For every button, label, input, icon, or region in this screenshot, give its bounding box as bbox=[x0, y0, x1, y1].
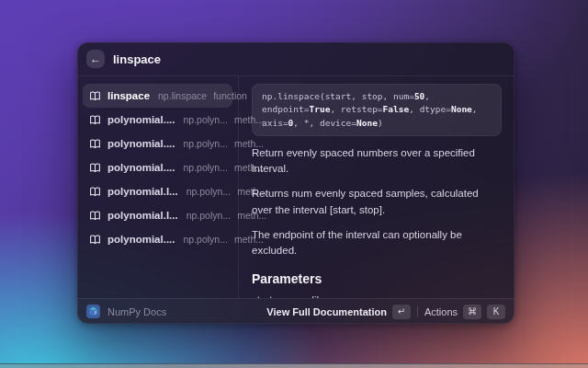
book-icon bbox=[89, 162, 101, 174]
book-icon bbox=[89, 138, 101, 150]
book-icon bbox=[89, 234, 101, 246]
result-title: polynomial.... bbox=[107, 234, 175, 245]
result-subtitle: np.polyn... bbox=[187, 186, 231, 197]
result-subtitle: np.polyn... bbox=[183, 162, 227, 173]
result-subtitle: np.polyn... bbox=[187, 210, 231, 221]
doc-paragraph: The endpoint of the interval can optiona… bbox=[252, 227, 502, 259]
panel-body: linspace np.linspace function polynomial… bbox=[77, 76, 514, 298]
k-key-badge: K bbox=[487, 305, 505, 319]
result-title: polynomial.... bbox=[107, 114, 175, 125]
enter-key-badge: ↵ bbox=[392, 305, 411, 319]
results-sidebar: linspace np.linspace function polynomial… bbox=[77, 76, 239, 298]
footer-actions: View Full Documentation ↵ Actions ⌘ K bbox=[266, 305, 505, 319]
parameters-heading: Parameters bbox=[252, 271, 502, 286]
footer-divider bbox=[417, 306, 418, 317]
screen-bottom-strip bbox=[0, 363, 588, 368]
view-full-documentation-button[interactable]: View Full Documentation ↵ bbox=[266, 305, 411, 319]
result-title: polynomial.... bbox=[107, 138, 175, 149]
book-icon bbox=[89, 186, 101, 198]
app-name-label: NumPy Docs bbox=[107, 306, 166, 317]
sidebar-result-row[interactable]: polynomial.... np.polyn... meth... bbox=[83, 155, 232, 179]
sidebar-result-row[interactable]: polynomial.... np.polyn... meth... bbox=[83, 132, 232, 155]
result-subtitle: np.polyn... bbox=[183, 114, 227, 125]
result-title: polynomial.l... bbox=[107, 210, 178, 221]
book-icon bbox=[89, 210, 101, 222]
sidebar-result-row[interactable]: linspace np.linspace function bbox=[83, 84, 232, 108]
sidebar-result-row[interactable]: polynomial.l... np.polyn... meth... bbox=[83, 203, 232, 227]
result-title: polynomial.l... bbox=[107, 186, 178, 197]
doc-paragraph: Returns num evenly spaced samples, calcu… bbox=[252, 186, 502, 218]
sidebar-result-row[interactable]: polynomial.l... np.polyn... meth... bbox=[83, 179, 232, 203]
numpy-logo-icon bbox=[86, 305, 100, 318]
desktop: { "colors":{ "bg_purple":"#5a3db0","bg_c… bbox=[0, 0, 588, 368]
panel-footer: NumPy Docs View Full Documentation ↵ Act… bbox=[77, 298, 514, 324]
cmd-key-badge: ⌘ bbox=[463, 305, 481, 319]
sidebar-result-row[interactable]: polynomial.... np.polyn... meth... bbox=[83, 227, 232, 251]
numpy-cube-glyph bbox=[88, 306, 98, 316]
docs-panel: ← linspace linspace np.linspace function… bbox=[77, 42, 514, 324]
book-icon bbox=[89, 114, 101, 126]
view-full-documentation-label: View Full Documentation bbox=[266, 306, 387, 317]
signature-code-block: np.linspace(start, stop, num=50, endpoin… bbox=[252, 84, 502, 136]
result-title: polynomial.... bbox=[107, 162, 175, 173]
search-query-title: linspace bbox=[113, 52, 161, 66]
actions-label: Actions bbox=[424, 306, 458, 317]
doc-paragraphs: Return evenly spaced numbers over a spec… bbox=[252, 145, 502, 259]
doc-content: np.linspace(start, stop, num=50, endpoin… bbox=[239, 76, 514, 298]
result-subtitle: np.polyn... bbox=[183, 234, 227, 245]
result-subtitle: np.linspace bbox=[158, 90, 207, 101]
book-icon bbox=[89, 90, 101, 102]
doc-paragraph: Return evenly spaced numbers over a spec… bbox=[252, 145, 502, 178]
result-subtitle: np.polyn... bbox=[183, 138, 227, 149]
arrow-left-icon: ← bbox=[90, 53, 101, 64]
back-button[interactable]: ← bbox=[86, 50, 105, 68]
actions-button[interactable]: Actions ⌘ K bbox=[424, 305, 505, 319]
panel-header: ← linspace bbox=[77, 42, 514, 76]
sidebar-result-row[interactable]: polynomial.... np.polyn... meth... bbox=[83, 108, 232, 132]
result-title: linspace bbox=[107, 90, 150, 101]
